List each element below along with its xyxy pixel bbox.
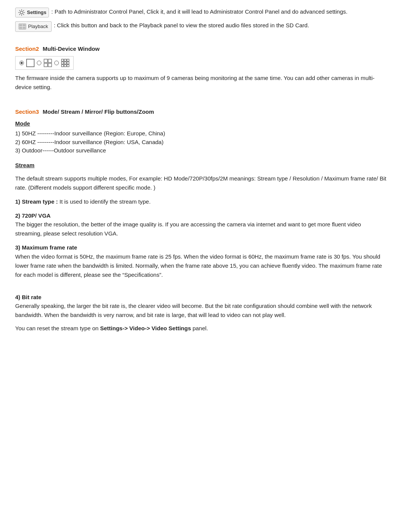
vga-heading-para: 2) 720P/ VGA [15, 212, 388, 220]
section3-number: Section3 [15, 108, 39, 116]
mode-item-1: 1) 50HZ ---------Indoor surveillance (Re… [15, 129, 388, 138]
svg-rect-18 [64, 65, 66, 67]
mode-item-3: 3) Outdoor------Outdoor surveillance [15, 146, 388, 155]
radio-3x3 [54, 61, 59, 65]
svg-rect-14 [61, 62, 64, 64]
svg-rect-3 [23, 24, 25, 26]
reset-text-para: You can reset the stream type on Setting… [15, 324, 388, 333]
2x2-view-icon [44, 59, 52, 67]
vga-section: 2) 720P/ VGA The bigger the resolution, … [15, 212, 388, 239]
radio-single [19, 61, 24, 65]
svg-rect-15 [64, 62, 66, 64]
section2-header: Section2 Multi-Device Window [15, 45, 388, 53]
vga-heading: 2) 720P/ VGA [15, 212, 50, 219]
svg-rect-6 [27, 59, 34, 67]
svg-rect-7 [44, 59, 47, 63]
svg-rect-2 [19, 24, 22, 26]
stream-type-section: 1) Stream type : It is used to identify … [15, 198, 388, 206]
section3-title: Mode/ Stream / Mirror/ Flip buttons/Zoom [43, 108, 154, 116]
svg-rect-11 [61, 59, 64, 61]
svg-rect-5 [23, 27, 25, 28]
stream-type-heading: 1) Stream type : [15, 198, 58, 205]
settings-description: : Path to Administrator Control Panel, C… [51, 8, 347, 16]
playback-button-box: Playback [15, 21, 52, 32]
settings-gear-icon [18, 9, 25, 16]
stream-intro: The default stream supports multiple mod… [15, 174, 388, 192]
single-view-icon [26, 59, 35, 67]
multidevice-icons [15, 56, 74, 70]
svg-point-0 [20, 11, 23, 14]
radio-2x2 [37, 61, 41, 65]
section3-content: Mode 1) 50HZ ---------Indoor surveillanc… [15, 119, 388, 333]
section2-title: Multi-Device Window [43, 45, 100, 53]
section3-header: Section3 Mode/ Stream / Mirror/ Flip but… [15, 108, 388, 116]
maxframe-heading: 3) Maximum frame rate [15, 244, 77, 251]
maxframe-section: 3) Maximum frame rate When the video for… [15, 243, 388, 279]
reset-text-before: You can reset the stream type on [15, 325, 100, 331]
section2-number: Section2 [15, 45, 39, 53]
reset-text-bold: Settings-> Video-> Video Settings [100, 325, 191, 331]
bitrate-heading: 4) Bit rate [15, 294, 41, 300]
3x3-view-icon [61, 59, 69, 67]
mode-items: 1) 50HZ ---------Indoor surveillance (Re… [15, 129, 388, 155]
mode-label: Mode [15, 120, 30, 127]
svg-rect-9 [44, 63, 47, 67]
playback-thumbnail-icon [19, 24, 26, 30]
svg-rect-17 [61, 65, 64, 67]
maxframe-body: When the video format is 50Hz, the maxim… [15, 252, 388, 279]
settings-icon-box: Settings [15, 8, 49, 17]
playback-line: Playback : Click this button and back to… [15, 21, 388, 32]
reset-text-after: panel. [191, 325, 208, 331]
stream-section: Stream The default stream supports multi… [15, 161, 388, 333]
svg-rect-8 [48, 59, 52, 63]
bitrate-body: Generally speaking, the larger the bit r… [15, 301, 388, 320]
settings-line: Settings : Path to Administrator Control… [15, 8, 388, 17]
svg-rect-16 [67, 62, 69, 64]
mode-item-2: 2) 60HZ ---------Indoor surveillance (Re… [15, 138, 388, 147]
svg-rect-13 [67, 59, 69, 61]
bitrate-heading-para: 4) Bit rate [15, 293, 388, 302]
stream-type-para: 1) Stream type : It is used to identify … [15, 198, 388, 206]
svg-rect-10 [48, 63, 52, 67]
svg-rect-4 [19, 27, 22, 28]
section2-body: The firmware inside the camera supports … [15, 74, 388, 92]
mode-heading: Mode [15, 119, 388, 128]
playback-description: : Click this button and back to the Play… [54, 21, 309, 30]
maxframe-heading-para: 3) Maximum frame rate [15, 243, 388, 252]
vga-body: The bigger the resolution, the better of… [15, 220, 388, 238]
bitrate-section: 4) Bit rate Generally speaking, the larg… [15, 293, 388, 320]
settings-label: Settings [27, 9, 46, 16]
svg-rect-19 [67, 65, 69, 67]
stream-type-body: It is used to identify the stream type. [58, 198, 151, 205]
stream-heading: Stream [15, 161, 388, 170]
svg-rect-12 [64, 59, 66, 61]
playback-label: Playback [28, 23, 48, 30]
